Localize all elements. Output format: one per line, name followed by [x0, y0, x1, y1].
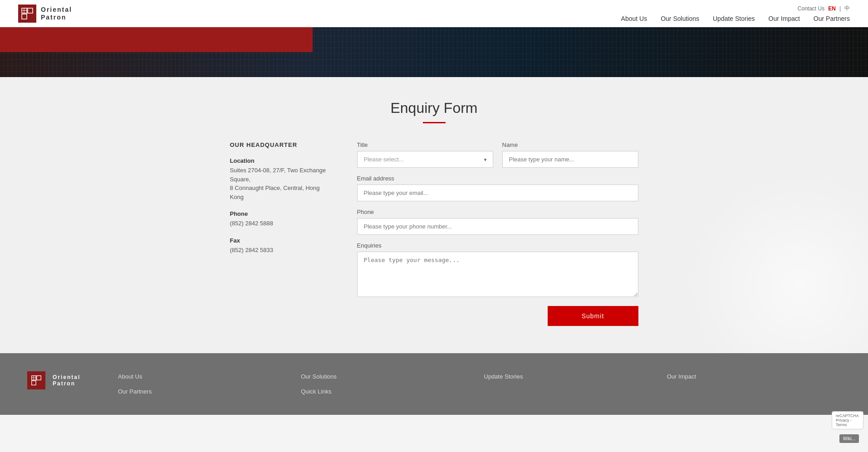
enquiry-form: Title Please select... Mr. Mrs. Ms. Dr. …: [357, 141, 638, 326]
name-group: Name: [502, 141, 638, 168]
footer-logo[interactable]: Oriental Patron: [27, 371, 100, 389]
enquiries-label: Enquiries: [357, 242, 638, 249]
footer-link-impact[interactable]: Our Impact: [667, 371, 841, 382]
lang-separator: |: [839, 5, 841, 12]
svg-rect-6: [37, 376, 41, 380]
submit-button[interactable]: Submit: [548, 306, 638, 326]
footer-logo-text: Oriental Patron: [53, 374, 80, 387]
logo[interactable]: Oriental Patron: [18, 5, 72, 23]
nav-partners[interactable]: Our Partners: [814, 15, 850, 22]
nav-stories[interactable]: Update Stories: [713, 15, 755, 22]
footer-nav: About Us Our Solutions Update Stories Ou…: [118, 371, 841, 397]
logo-icon: [18, 5, 36, 23]
hq-section: OUR HEADQUARTER Location Suites 2704-08,…: [230, 141, 330, 326]
svg-rect-5: [32, 376, 36, 380]
footer-inner: Oriental Patron About Us Our Solutions U…: [27, 371, 841, 397]
main-content: Enquiry Form OUR HEADQUARTER Location Su…: [0, 77, 868, 353]
form-title: Enquiry Form: [18, 100, 850, 117]
name-input[interactable]: [502, 151, 638, 168]
email-group: Email address: [357, 175, 638, 201]
phone-label: Phone: [230, 210, 330, 217]
header-top-links: Contact Us EN | 中: [798, 5, 850, 12]
email-label: Email address: [357, 175, 638, 182]
location-value: Suites 2704-08, 27/F, Two Exchange Squar…: [230, 166, 330, 201]
phone-value: (852) 2842 5888: [230, 219, 330, 228]
main-nav: About Us Our Solutions Update Stories Ou…: [621, 15, 850, 22]
header: Oriental Patron Contact Us EN | 中 About …: [0, 0, 868, 27]
title-select-wrapper: Please select... Mr. Mrs. Ms. Dr.: [357, 151, 493, 168]
hq-heading: OUR HEADQUARTER: [230, 141, 330, 148]
form-container: OUR HEADQUARTER Location Suites 2704-08,…: [230, 141, 638, 326]
form-title-underline: [423, 122, 446, 123]
footer-logo-svg: [31, 375, 42, 386]
form-title-section: Enquiry Form: [18, 100, 850, 123]
title-group: Title Please select... Mr. Mrs. Ms. Dr.: [357, 141, 493, 168]
hero-banner: [0, 27, 868, 77]
nav-impact[interactable]: Our Impact: [769, 15, 800, 22]
contact-us-link[interactable]: Contact Us: [798, 5, 824, 12]
name-label: Name: [502, 141, 638, 148]
lang-cn-link[interactable]: 中: [844, 5, 850, 12]
enquiries-group: Enquiries: [357, 242, 638, 299]
nav-solutions[interactable]: Our Solutions: [661, 15, 699, 22]
title-label: Title: [357, 141, 493, 148]
phone-field-label: Phone: [357, 209, 638, 215]
location-label: Location: [230, 157, 330, 164]
title-name-row: Title Please select... Mr. Mrs. Ms. Dr. …: [357, 141, 638, 168]
footer-link-partners[interactable]: Our Partners: [118, 386, 292, 397]
svg-rect-2: [22, 14, 27, 19]
fax-label: Fax: [230, 237, 330, 244]
svg-rect-7: [32, 381, 36, 385]
footer-link-about[interactable]: About Us: [118, 371, 292, 382]
email-input[interactable]: [357, 185, 638, 201]
logo-text: Oriental Patron: [41, 6, 72, 21]
recaptcha-badge: reCAPTCHAPrivacy - Terms: [832, 411, 863, 415]
svg-rect-1: [28, 8, 33, 13]
hero-red-accent: [0, 27, 313, 52]
lang-en-link[interactable]: EN: [828, 5, 836, 12]
nav-about[interactable]: About Us: [621, 15, 647, 22]
footer-link-stories[interactable]: Update Stories: [484, 371, 658, 382]
phone-group: Phone: [357, 209, 638, 235]
footer: Oriental Patron About Us Our Solutions U…: [0, 353, 868, 415]
footer-logo-icon: [27, 371, 45, 389]
logo-svg-icon: [21, 7, 34, 20]
phone-input[interactable]: [357, 218, 638, 235]
title-select[interactable]: Please select... Mr. Mrs. Ms. Dr.: [357, 151, 493, 168]
footer-link-solutions[interactable]: Our Solutions: [301, 371, 475, 382]
enquiries-textarea[interactable]: [357, 252, 638, 297]
footer-link-quick[interactable]: Quick Links: [301, 386, 475, 397]
fax-value: (852) 2842 5833: [230, 246, 330, 255]
